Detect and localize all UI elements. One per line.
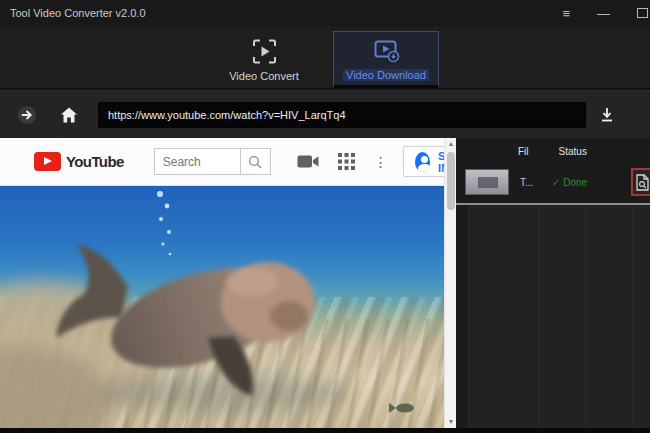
download-status: ✓ Done [552,177,616,188]
menu-icon[interactable]: ≡ [562,7,570,20]
youtube-play-icon [34,152,61,171]
maximize-icon[interactable] [637,8,648,18]
table-column-divider [538,205,539,428]
scroll-down-icon[interactable]: ▼ [445,418,456,425]
kebab-menu-icon[interactable]: ⋮ [374,154,388,170]
arrow-forward-icon [17,105,37,125]
tab-video-download-label: Video Download [343,69,429,81]
window-title: Tool Video Converter v2.0.0 [10,7,146,19]
downloads-panel: Fil Status T... ✓ Done [456,138,650,428]
table-column-divider [632,205,633,428]
video-download-icon [373,37,400,64]
scrollbar-thumb[interactable] [447,152,455,210]
youtube-logo-text: YouTube [66,153,124,170]
video-convert-icon [251,38,278,65]
window-controls: ≡ — [562,7,640,20]
home-button[interactable] [56,102,82,128]
minimize-icon[interactable]: — [597,7,610,20]
downloads-table-area [468,205,650,428]
downloads-header: Fil Status [456,138,650,164]
search-button[interactable] [240,148,271,175]
table-column-divider [585,205,586,428]
file-icon [636,174,649,191]
open-file-location-button[interactable] [631,168,650,196]
title-bar: Tool Video Converter v2.0.0 ≡ — [0,0,650,26]
download-row[interactable]: T... ✓ Done [456,164,650,200]
home-icon [59,105,79,125]
scroll-up-icon[interactable]: ▲ [445,140,456,147]
app-window: Tool Video Converter v2.0.0 ≡ — Video Co… [0,0,650,433]
avatar-icon [415,152,430,172]
tab-video-download[interactable]: Video Download [333,31,439,88]
url-input[interactable] [98,102,586,128]
download-button[interactable] [594,102,620,128]
download-icon [598,106,616,124]
window-bottom-edge [0,428,650,433]
go-arrow-button[interactable] [14,102,40,128]
mode-tab-bar: Video Convert Video Download [0,26,650,90]
column-status: Status [559,146,587,157]
tab-video-convert-label: Video Convert [229,70,299,82]
embedded-browser: YouTube [0,138,456,428]
main-content: YouTube [0,138,650,428]
youtube-search [154,148,271,175]
search-input[interactable] [154,148,240,175]
tab-video-convert[interactable]: Video Convert [211,31,317,88]
video-camera-icon[interactable] [297,154,319,169]
download-thumbnail [465,169,509,195]
youtube-header: YouTube [0,138,456,186]
column-file: Fil [518,146,529,157]
apps-grid-icon[interactable] [338,153,355,170]
download-name: T... [520,177,544,188]
browser-toolbar [0,90,650,138]
video-player[interactable] [0,186,444,428]
youtube-header-icons: ⋮ [297,153,388,170]
search-icon [248,155,262,169]
dolphin-illustration [0,186,444,428]
youtube-logo[interactable]: YouTube [34,152,124,171]
browser-scrollbar[interactable]: ▲ ▼ [444,138,456,428]
